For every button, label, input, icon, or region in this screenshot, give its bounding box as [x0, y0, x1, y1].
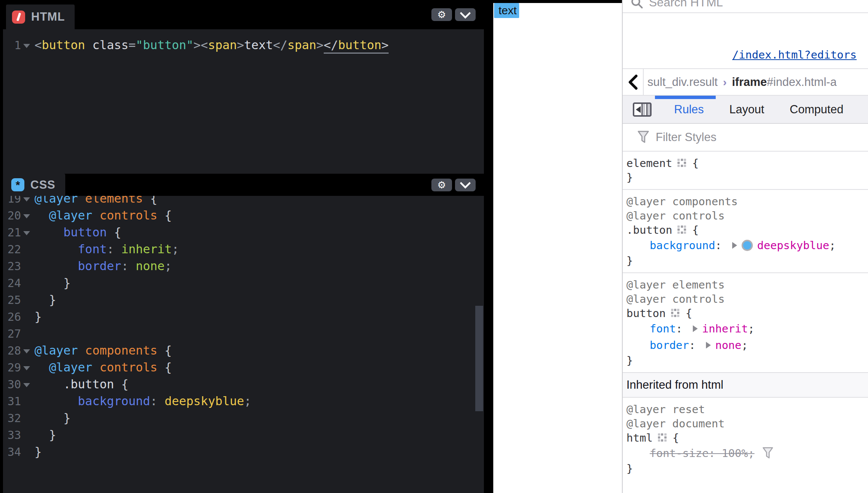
chevron-left-icon	[627, 74, 638, 90]
fold-arrow-icon[interactable]	[23, 197, 30, 201]
fold-arrow-icon[interactable]	[23, 366, 30, 370]
tab-rules[interactable]: Rules	[661, 96, 716, 123]
code-line[interactable]: 26}	[3, 308, 484, 325]
code-line[interactable]: 32 }	[3, 410, 484, 427]
layer-annotation: @layer reset	[626, 402, 864, 416]
code-text: border: none;	[35, 258, 172, 275]
html-settings-button[interactable]: ⚙	[431, 8, 452, 21]
tab-css-editor[interactable]: * CSS	[3, 174, 65, 196]
fold-arrow-icon[interactable]	[23, 44, 30, 48]
css-badge-icon: *	[11, 178, 24, 191]
fold-arrow-icon[interactable]	[23, 231, 30, 235]
fold-arrow-icon[interactable]	[23, 383, 30, 387]
declaration-font[interactable]: font: inherit;	[626, 320, 864, 337]
flex-toggle-dots-icon[interactable]	[677, 159, 687, 168]
css-collapse-button[interactable]	[455, 179, 476, 191]
rule-element-style: element { }	[623, 152, 868, 190]
search-icon	[630, 0, 644, 9]
property-value[interactable]: inherit	[702, 320, 748, 337]
property-name[interactable]: font	[650, 320, 676, 337]
devtools-search-bar[interactable]: Search HTML	[623, 0, 868, 13]
code-line[interactable]: 30 .button {	[3, 376, 484, 393]
rule-selector[interactable]: button	[626, 306, 666, 320]
declaration-font-size-overridden[interactable]: font-size: 100%;	[626, 445, 864, 461]
rule-button-class: @layer components @layer controls .butto…	[623, 190, 868, 273]
tab-layout[interactable]: Layout	[716, 96, 777, 123]
line-number: 33	[3, 427, 21, 443]
code-line[interactable]: 33 }	[3, 427, 484, 443]
preview-demo-button[interactable]: text	[494, 3, 519, 18]
line-number: 29	[3, 359, 21, 376]
rule-html: @layer reset @layer document html { font…	[623, 398, 868, 480]
line-number: 32	[3, 410, 21, 427]
html-badge-icon	[12, 11, 25, 24]
fold-arrow-icon[interactable]	[23, 349, 30, 353]
code-text: @layer controls {	[35, 207, 172, 224]
fold-arrow-icon[interactable]	[23, 214, 30, 218]
screenshot-stage: HTML ⚙ 1 <button class="button"><span>te…	[0, 0, 868, 493]
html-tab-label: HTML	[31, 10, 65, 24]
breadcrumb-item-iframe[interactable]: iframe#index.html-a	[732, 75, 836, 89]
code-text: background: deepskyblue;	[35, 393, 251, 410]
declaration-border[interactable]: border: none;	[626, 337, 864, 353]
filter-styles-input[interactable]: Filter Styles	[623, 124, 868, 152]
code-line[interactable]: 20 @layer controls {	[3, 207, 484, 224]
code-line[interactable]: 19@layer elements {	[3, 196, 484, 207]
rules-view: element { } @layer components @layer con…	[623, 152, 868, 480]
property-value[interactable]: 100%	[722, 445, 748, 461]
tab-html-editor[interactable]: HTML	[6, 5, 75, 29]
tab-computed[interactable]: Computed	[777, 96, 856, 123]
inherited-from-header: Inherited from html	[623, 373, 868, 398]
filter-property-icon[interactable]	[762, 446, 774, 460]
code-line[interactable]: 25 }	[3, 292, 484, 308]
line-number: 21	[3, 224, 21, 241]
property-name[interactable]: font-size	[650, 445, 709, 461]
property-name[interactable]: background	[650, 237, 715, 254]
flex-toggle-dots-icon[interactable]	[677, 225, 687, 235]
expand-longhands-icon[interactable]	[732, 242, 737, 249]
code-text: font: inherit;	[35, 241, 179, 258]
code-line[interactable]: 29 @layer controls {	[3, 359, 484, 376]
breadcrumb-back-button[interactable]	[623, 69, 644, 95]
flex-toggle-dots-icon[interactable]	[658, 433, 667, 443]
css-settings-button[interactable]: ⚙	[431, 179, 452, 191]
code-line[interactable]: 23 border: none;	[3, 258, 484, 275]
flex-toggle-dots-icon[interactable]	[671, 309, 680, 318]
rule-selector[interactable]: html	[626, 431, 653, 445]
html-code-editor[interactable]: 1 <button class="button"><span>text</spa…	[3, 29, 484, 174]
code-line[interactable]: 1 <button class="button"><span>text</spa…	[3, 37, 484, 54]
code-line[interactable]: 21 button {	[3, 224, 484, 241]
color-swatch[interactable]	[742, 240, 753, 251]
code-line[interactable]: 31 background: deepskyblue;	[3, 393, 484, 410]
layer-annotation: @layer controls	[626, 209, 864, 223]
line-number: 20	[3, 207, 21, 224]
expand-longhands-icon[interactable]	[693, 325, 698, 332]
line-number: 28	[3, 342, 21, 359]
code-line[interactable]: 27	[3, 325, 484, 342]
line-number: 26	[3, 308, 21, 325]
code-text: .button {	[35, 376, 128, 393]
sidebar-toggle-button[interactable]	[633, 102, 652, 117]
code-line[interactable]: 24 }	[3, 275, 484, 292]
rule-selector[interactable]: element	[626, 156, 672, 170]
code-line[interactable]: 28@layer components {	[3, 342, 484, 359]
line-number: 25	[3, 292, 21, 308]
expand-longhands-icon[interactable]	[706, 342, 711, 349]
rule-selector[interactable]: .button	[626, 223, 672, 237]
css-editor-scrollbar[interactable]	[475, 306, 483, 411]
markup-line[interactable]: /index.html?editors	[732, 47, 868, 63]
property-name[interactable]: border	[650, 337, 689, 353]
property-value[interactable]: deepskyblue	[757, 237, 829, 254]
property-value[interactable]: none	[715, 337, 742, 353]
preview-top-strip	[493, 0, 622, 3]
css-code-editor[interactable]: 19@layer elements {20 @layer controls {2…	[3, 196, 484, 493]
css-header-bar	[60, 174, 484, 196]
breadcrumb-item-parent[interactable]: sult_div.result	[647, 75, 718, 89]
code-line[interactable]: 34}	[3, 443, 484, 460]
code-line[interactable]: 22 font: inherit;	[3, 241, 484, 258]
line-number: 34	[3, 443, 21, 460]
layer-annotation: @layer elements	[626, 278, 864, 292]
html-collapse-button[interactable]	[455, 8, 476, 21]
declaration-background[interactable]: background: deepskyblue;	[626, 237, 864, 254]
markup-view[interactable]: /index.html?editors allow="camera; disp …	[623, 13, 868, 69]
